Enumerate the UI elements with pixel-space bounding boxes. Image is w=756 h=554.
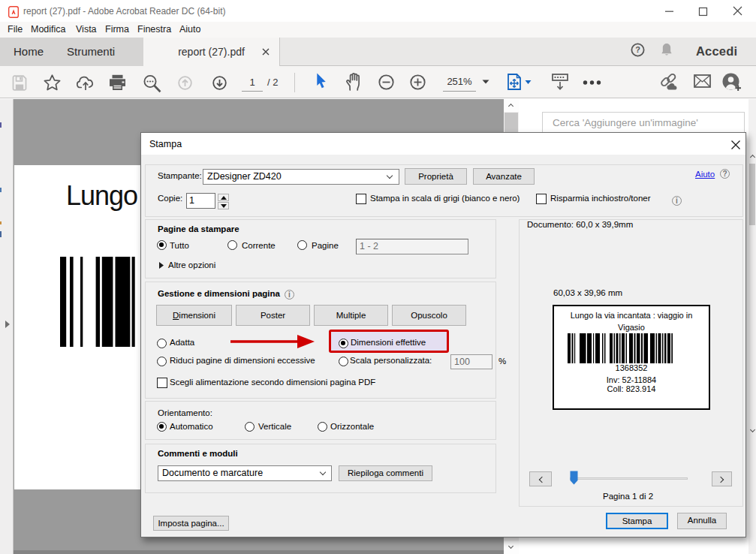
- svg-text:?: ?: [635, 45, 640, 54]
